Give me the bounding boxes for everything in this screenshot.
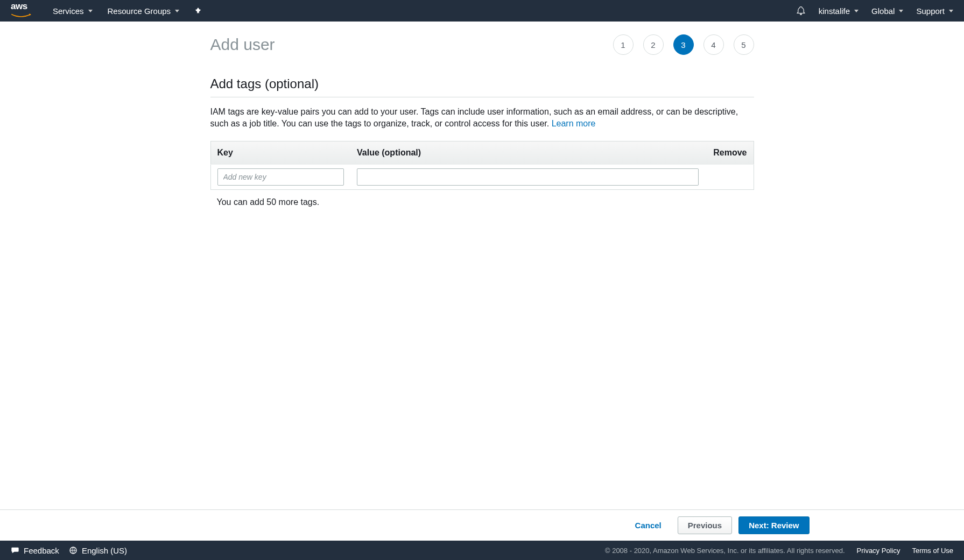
nav-services[interactable]: Services <box>53 6 93 16</box>
wizard-step-1[interactable]: 1 <box>613 34 634 55</box>
bell-icon <box>796 6 806 16</box>
main-content: Add user 1 2 3 4 5 Add tags (optional) I… <box>0 22 964 509</box>
footer-language[interactable]: English (US) <box>69 546 127 555</box>
section-title: Add tags (optional) <box>210 76 754 97</box>
table-header-key: Key <box>210 141 350 164</box>
footer-copyright: © 2008 - 2020, Amazon Web Services, Inc.… <box>605 547 845 555</box>
learn-more-link[interactable]: Learn more <box>552 119 596 128</box>
page-header: Add user 1 2 3 4 5 <box>210 34 754 55</box>
top-navigation: aws Services Resource Groups <box>0 0 964 22</box>
nav-support[interactable]: Support <box>916 6 953 16</box>
section-description-text: IAM tags are key-value pairs you can add… <box>210 107 738 128</box>
nav-account[interactable]: kinstalife <box>819 6 859 16</box>
section-description: IAM tags are key-value pairs you can add… <box>210 106 754 130</box>
footer-privacy-link[interactable]: Privacy Policy <box>857 547 900 555</box>
footer-feedback-label: Feedback <box>24 546 59 555</box>
nav-resource-groups-label: Resource Groups <box>108 6 171 16</box>
nav-region[interactable]: Global <box>871 6 903 16</box>
table-header-value: Value (optional) <box>350 141 705 164</box>
footer-language-label: English (US) <box>82 546 127 555</box>
table-header-remove: Remove <box>705 141 754 164</box>
nav-services-label: Services <box>53 6 84 16</box>
globe-icon <box>69 546 78 555</box>
pin-icon <box>194 7 202 15</box>
tags-table: Key Value (optional) Remove <box>210 141 754 190</box>
nav-account-label: kinstalife <box>819 6 850 16</box>
chevron-down-icon <box>899 10 903 12</box>
tags-remaining-note: You can add 50 more tags. <box>210 190 754 215</box>
aws-smile-icon <box>11 13 31 19</box>
wizard-step-4[interactable]: 4 <box>703 34 724 55</box>
wizard-step-3[interactable]: 3 <box>673 34 694 55</box>
tag-key-input[interactable] <box>217 168 344 186</box>
nav-region-label: Global <box>871 6 895 16</box>
nav-pin[interactable] <box>194 7 202 15</box>
chevron-down-icon <box>88 10 93 12</box>
tag-value-input[interactable] <box>357 168 699 186</box>
page-title: Add user <box>210 36 275 54</box>
footer: Feedback English (US) © 2008 - 2020, Ama… <box>0 541 964 560</box>
wizard-steps: 1 2 3 4 5 <box>613 34 754 55</box>
footer-terms-link[interactable]: Terms of Use <box>912 547 953 555</box>
wizard-step-5[interactable]: 5 <box>734 34 754 55</box>
next-review-button[interactable]: Next: Review <box>738 516 809 534</box>
aws-logo-text: aws <box>11 1 31 12</box>
nav-notifications[interactable] <box>796 6 806 16</box>
nav-support-label: Support <box>916 6 945 16</box>
action-bar: Cancel Previous Next: Review <box>0 509 964 541</box>
cancel-button[interactable]: Cancel <box>625 516 671 534</box>
chevron-down-icon <box>175 10 179 12</box>
previous-button[interactable]: Previous <box>678 516 732 534</box>
chevron-down-icon <box>949 10 953 12</box>
wizard-step-2[interactable]: 2 <box>643 34 664 55</box>
table-row <box>210 164 754 189</box>
chevron-down-icon <box>854 10 859 12</box>
aws-logo[interactable]: aws <box>11 1 31 20</box>
footer-feedback[interactable]: Feedback <box>11 546 59 555</box>
chat-icon <box>11 546 19 555</box>
nav-resource-groups[interactable]: Resource Groups <box>108 6 180 16</box>
